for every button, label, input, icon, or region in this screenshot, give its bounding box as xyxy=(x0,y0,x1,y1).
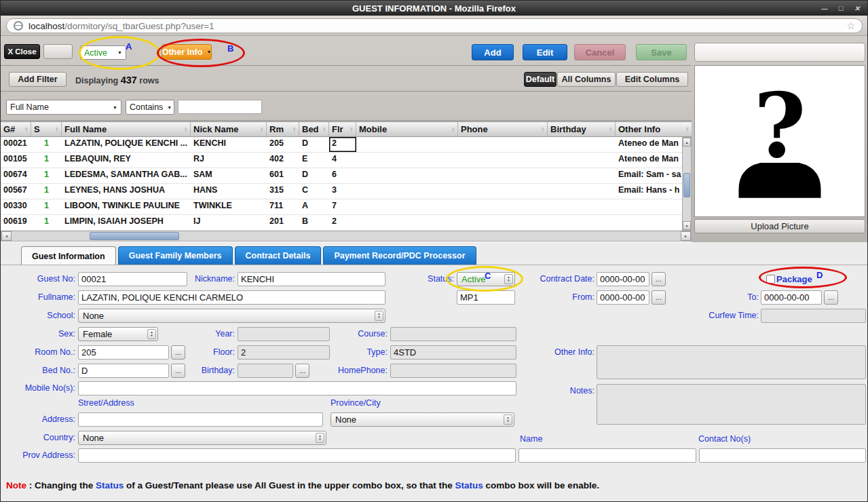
other-info-dropdown-button[interactable]: Other Info xyxy=(162,44,212,60)
header-room[interactable]: Rm xyxy=(267,122,299,136)
from-date-input[interactable] xyxy=(597,290,649,305)
cell-status-flag[interactable]: 1 xyxy=(31,184,62,199)
guest-no-input[interactable] xyxy=(78,272,187,286)
cell-guest-number[interactable]: 00330 xyxy=(1,199,31,214)
cell-phone[interactable] xyxy=(458,184,548,199)
search-text-input[interactable] xyxy=(178,100,262,114)
header-full-name[interactable]: Full Name xyxy=(62,122,191,136)
emergency-name-input[interactable] xyxy=(518,448,696,463)
contract-date-input[interactable] xyxy=(597,272,649,286)
scroll-left-icon[interactable] xyxy=(1,231,12,241)
cell-phone[interactable] xyxy=(458,137,548,152)
cell-room[interactable]: 315 xyxy=(267,184,299,199)
header-mobile[interactable]: Mobile xyxy=(356,122,458,136)
cell-floor[interactable]: 6 xyxy=(329,168,356,183)
cell-bed[interactable]: B xyxy=(299,215,329,230)
cell-full-name[interactable]: LIBOON, TWINKLE PAULINE xyxy=(62,199,191,214)
cell-mobile[interactable] xyxy=(356,199,458,214)
cell-nick-name[interactable]: KENCHI xyxy=(191,137,267,152)
horizontal-scroll-thumb[interactable] xyxy=(90,232,179,240)
prov-address-input[interactable] xyxy=(78,448,516,463)
guest-status-filter-select[interactable]: Active xyxy=(80,45,126,60)
emergency-contact-input[interactable] xyxy=(699,448,866,463)
cell-bed[interactable]: D xyxy=(299,137,329,152)
cell-mobile[interactable] xyxy=(356,215,458,230)
cell-room[interactable]: 711 xyxy=(267,199,299,214)
table-row[interactable]: 00105 1 LEBAQUIN, REY RJ 402 E 4 Ateneo … xyxy=(1,153,682,168)
cell-bed[interactable]: A xyxy=(299,199,329,214)
header-phone[interactable]: Phone xyxy=(458,122,548,136)
cell-room[interactable]: 201 xyxy=(267,215,299,230)
cell-guest-number[interactable]: 00567 xyxy=(1,184,31,199)
cell-birthday[interactable] xyxy=(548,184,616,199)
cell-other-info[interactable]: Ateneo de Man xyxy=(616,137,682,152)
cell-room[interactable]: 601 xyxy=(267,168,299,183)
close-app-button[interactable]: X Close xyxy=(4,44,40,59)
header-birthday[interactable]: Birthday xyxy=(548,122,616,136)
cell-phone[interactable] xyxy=(458,199,548,214)
cell-guest-number[interactable]: 00674 xyxy=(1,168,31,183)
close-button[interactable] xyxy=(850,3,864,14)
cell-status-flag[interactable]: 1 xyxy=(31,153,62,168)
cell-birthday[interactable] xyxy=(548,153,616,168)
header-nick-name[interactable]: Nick Name xyxy=(191,122,267,136)
cell-floor[interactable]: 2 xyxy=(329,137,356,152)
cell-phone[interactable] xyxy=(458,153,548,168)
url-field[interactable]: localhost /dormitory/sq_tbarGuest.php?us… xyxy=(6,18,863,33)
table-row[interactable]: 00330 1 LIBOON, TWINKLE PAULINE TWINKLE … xyxy=(1,199,682,215)
school-select[interactable]: None xyxy=(78,309,385,323)
cell-floor[interactable]: 4 xyxy=(329,153,356,168)
scroll-up-icon[interactable] xyxy=(683,138,691,147)
edit-button[interactable]: Edit xyxy=(523,44,567,60)
cell-bed[interactable]: E xyxy=(299,153,329,168)
search-operator-select[interactable]: Contains xyxy=(126,100,174,115)
cell-floor[interactable]: 2 xyxy=(329,215,356,230)
header-other-info[interactable]: Other Info xyxy=(616,122,692,136)
tab-guest-family-members[interactable]: Guest Family Members xyxy=(118,246,233,265)
cell-nick-name[interactable]: HANS xyxy=(191,184,267,199)
to-date-picker-button[interactable]: ... xyxy=(824,290,838,305)
cell-status-flag[interactable]: 1 xyxy=(31,137,62,152)
header-guest-number[interactable]: G# xyxy=(1,122,31,136)
cell-other-info[interactable]: Ateneo de Man xyxy=(616,153,682,168)
cell-nick-name[interactable]: IJ xyxy=(191,215,267,230)
cell-other-info[interactable] xyxy=(616,215,682,230)
cell-full-name[interactable]: LEDESMA, SAMANTHA GAB... xyxy=(62,168,191,183)
all-columns-button[interactable]: All Columns xyxy=(557,72,616,87)
cell-full-name[interactable]: LAZATIN, POLIQUE KENCHI ... xyxy=(62,137,191,152)
address-input[interactable] xyxy=(78,412,323,427)
bed-no-input[interactable] xyxy=(78,364,169,378)
header-status-flag[interactable]: S xyxy=(31,122,62,136)
cell-nick-name[interactable]: RJ xyxy=(191,153,267,168)
room-no-input[interactable] xyxy=(78,345,169,360)
cell-phone[interactable] xyxy=(458,168,548,183)
minimize-button[interactable] xyxy=(818,3,831,14)
cell-full-name[interactable]: LIMPIN, ISAIAH JOSEPH xyxy=(62,215,191,230)
status-select[interactable]: Active xyxy=(457,272,515,286)
from-date-picker-button[interactable]: ... xyxy=(652,290,666,305)
window-titlebar[interactable]: GUEST INFORMATION - Mozilla Firefox xyxy=(1,1,867,16)
cell-nick-name[interactable]: SAM xyxy=(191,168,267,183)
cell-mobile[interactable] xyxy=(356,168,458,183)
cell-other-info[interactable]: Email: Sam - sa xyxy=(616,168,682,183)
cell-room[interactable]: 402 xyxy=(267,153,299,168)
cell-guest-number[interactable]: 00105 xyxy=(1,153,31,168)
mp1-input[interactable] xyxy=(457,290,515,305)
sex-select[interactable]: Female xyxy=(78,327,158,341)
table-row[interactable]: 00674 1 LEDESMA, SAMANTHA GAB... SAM 601… xyxy=(1,168,682,184)
table-row[interactable]: 00619 1 LIMPIN, ISAIAH JOSEPH IJ 201 B 2 xyxy=(1,215,682,231)
scroll-right-icon[interactable] xyxy=(681,231,691,241)
columns-default-button[interactable]: Default xyxy=(524,72,556,87)
fullname-input[interactable] xyxy=(78,290,385,305)
mobile-nos-input[interactable] xyxy=(78,381,516,395)
province-select[interactable]: None xyxy=(331,412,514,427)
tab-guest-information[interactable]: Guest Information xyxy=(21,246,116,265)
cell-status-flag[interactable]: 1 xyxy=(31,168,62,183)
blank-toolbar-button[interactable] xyxy=(43,44,73,59)
cell-floor[interactable]: 3 xyxy=(329,184,356,199)
cell-birthday[interactable] xyxy=(548,199,616,214)
cell-birthday[interactable] xyxy=(548,137,616,152)
header-bed[interactable]: Bed xyxy=(299,122,329,136)
add-filter-button[interactable]: Add Filter xyxy=(9,72,67,87)
header-floor[interactable]: Flr xyxy=(329,122,356,136)
